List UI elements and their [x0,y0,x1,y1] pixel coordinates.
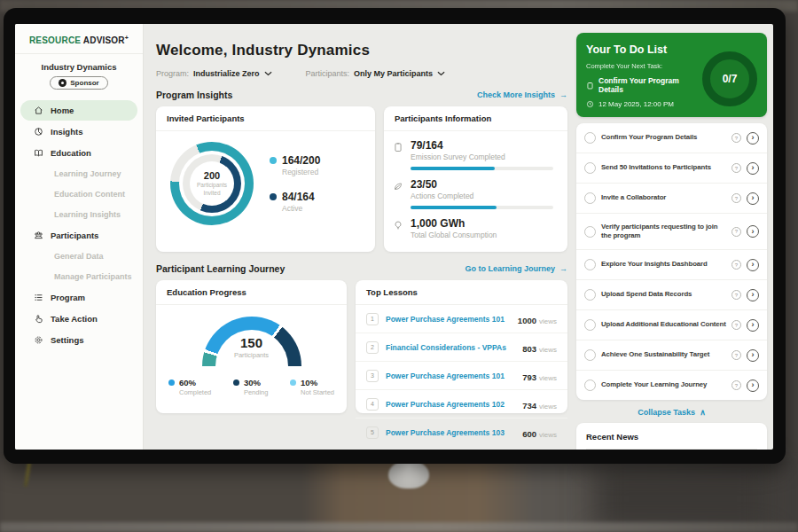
card-title: Participants Information [384,106,567,131]
settings-icon [34,335,43,345]
legend-dot [270,193,277,200]
monitor-stand [388,460,429,489]
sidebar-item-participants[interactable]: Participants [20,225,137,246]
task-checkbox[interactable] [584,132,596,144]
home-icon [34,106,43,115]
monitor-bezel: RESOURCE ADVISOR+ Industry Dynamics Spon… [4,8,786,464]
donut-center-label: Participants Invited [194,182,230,197]
education-progress-card: Education Progress 150 Participants [156,280,347,413]
brand-secondary: ADVISOR [83,35,125,45]
help-icon[interactable]: ? [732,320,741,330]
sidebar-item-education[interactable]: Education [20,143,137,163]
todo-title: Your To Do List [586,43,695,56]
donut-center-value: 200 [204,170,220,181]
task-checkbox[interactable] [584,192,596,204]
stat-global-consumption: 1,000 GWh Total Global Consumption [393,217,553,239]
desk-edge [0,522,798,532]
task-checkbox[interactable] [584,349,596,361]
chevron-up-icon: ∧ [700,408,706,417]
help-icon[interactable]: ? [732,350,741,360]
sidebar-item-education-content[interactable]: Education Content [20,184,137,204]
task-row[interactable]: Verify participants requesting to join t… [576,214,767,250]
task-open-button[interactable]: › [747,162,759,175]
participants-filter-value: Only My Participants [354,69,433,78]
go-to-learning-journey-link[interactable]: Go to Learning Journey → [465,264,567,273]
help-icon[interactable]: ? [732,260,741,270]
chevron-right-icon: › [752,290,755,299]
task-checkbox[interactable] [584,226,596,238]
lesson-title-link[interactable]: Power Purchase Agreements 103 [386,428,515,437]
sidebar-item-learning-journey[interactable]: Learning Journey [20,164,137,184]
sidebar-item-manage-participants[interactable]: Manage Participants [20,267,137,286]
recent-news-card: Recent News [576,423,767,450]
progress-bar [411,206,553,209]
help-icon[interactable]: ? [732,133,741,143]
main-content: Welcome, Industry Dynamics Program: Indu… [144,24,576,450]
task-checkbox[interactable] [584,162,596,174]
task-row[interactable]: Complete Your Learning Journey ? › [576,371,767,400]
help-icon[interactable]: ? [732,380,741,390]
program-filter-label: Program: [156,69,189,78]
sidebar-item-insights[interactable]: Insights [20,121,137,142]
sidebar: RESOURCE ADVISOR+ Industry Dynamics Spon… [15,24,144,450]
lesson-title-link[interactable]: Power Purchase Agreements 102 [386,400,515,409]
task-open-button[interactable]: › [747,289,759,301]
task-open-button[interactable]: › [747,132,759,145]
sponsor-badge[interactable]: Sponsor [50,76,107,90]
task-checkbox[interactable] [584,259,596,270]
page-title: Welcome, Industry Dynamics [156,42,567,59]
task-open-button[interactable]: › [747,225,759,238]
take-action-icon [34,314,43,324]
task-checkbox[interactable] [584,379,596,391]
task-row[interactable]: Upload Additional Educational Content ? … [576,310,767,340]
chevron-right-icon: › [752,227,755,236]
check-more-insights-link[interactable]: Check More Insights → [477,90,567,99]
task-open-button[interactable]: › [747,379,759,392]
task-open-button[interactable]: › [747,319,759,332]
lesson-rank: 4 [366,398,379,411]
task-row[interactable]: Confirm Your Program Details ? › [576,123,767,153]
help-icon[interactable]: ? [732,290,741,300]
education-icon [34,148,43,158]
task-checkbox[interactable] [584,319,596,331]
program-filter[interactable]: Program: Industrialize Zero [156,69,272,78]
todo-summary-card: Your To Do List Complete Your Next Task:… [576,33,767,117]
sidebar-item-take-action[interactable]: Take Action [20,309,137,329]
filter-bar: Program: Industrialize Zero Participants… [156,69,567,78]
task-row[interactable]: Invite a Collaborator ? › [576,184,767,214]
task-row[interactable]: Explore Your Insights Dashboard ? › [576,250,767,280]
sidebar-item-home[interactable]: Home [20,100,137,121]
brand-plus: + [125,35,129,41]
help-icon[interactable]: ? [732,163,741,173]
todo-due-date: 12 May 2025, 12:00 PM [598,100,674,108]
sponsor-badge-icon [59,79,66,87]
task-row[interactable]: Send 50 Invitations to Participants ? › [576,153,767,184]
lesson-title-link[interactable]: Power Purchase Agreements 101 [386,372,515,380]
task-checkbox[interactable] [584,289,596,301]
task-open-button[interactable]: › [747,349,759,362]
lesson-title-link[interactable]: Power Purchase Agreements 101 [386,315,511,324]
task-row[interactable]: Achieve One Sustainability Target ? › [576,340,767,371]
help-icon[interactable]: ? [732,227,741,237]
collapse-tasks-link[interactable]: Collapse Tasks ∧ [576,400,767,423]
brand-logo: RESOURCE ADVISOR+ [15,24,143,54]
lesson-row: 3 Power Purchase Agreements 101 793views [356,362,567,390]
task-open-button[interactable]: › [747,192,759,205]
task-open-button[interactable]: › [747,259,759,271]
sidebar-item-label: Learning Journey [54,169,121,178]
sidebar-item-label: Education Content [54,190,125,199]
task-row[interactable]: Upload Spend Data Records ? › [576,280,767,310]
program-filter-value: Industrialize Zero [193,69,260,78]
chevron-right-icon: › [752,350,755,359]
legend-dot [290,379,296,386]
sidebar-item-program[interactable]: Program [20,287,137,308]
gauge-center-value: 150 [202,335,301,350]
arrow-right-icon: → [559,90,567,99]
sidebar-item-learning-insights[interactable]: Learning Insights [20,205,137,224]
participants-filter[interactable]: Participants: Only My Participants [306,69,446,78]
lesson-title-link[interactable]: Financial Considerations - VPPAs [386,343,515,352]
legend-item-not-started: 10% Not Started [290,378,334,396]
sidebar-item-general-data[interactable]: General Data [20,246,137,266]
sidebar-item-settings[interactable]: Settings [20,330,137,350]
help-icon[interactable]: ? [732,193,741,203]
